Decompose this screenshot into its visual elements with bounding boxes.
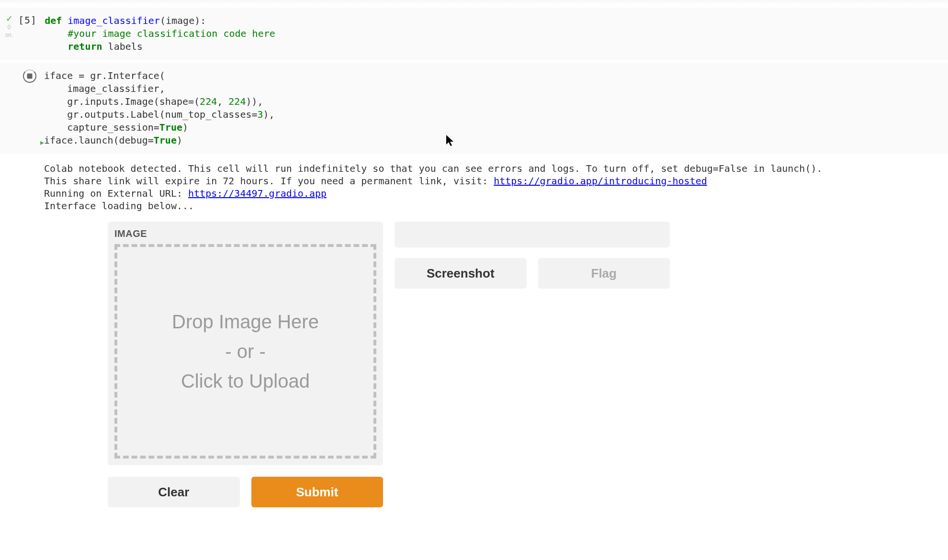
output-line: Colab notebook detected. This cell will … [44,162,948,175]
line-arrow-icon: ▸ [40,138,44,147]
image-input-panel: IMAGE Drop Image Here - or - Click to Up… [108,222,383,465]
clear-button[interactable]: Clear [108,477,240,507]
screenshot-button[interactable]: Screenshot [395,258,527,289]
hosted-link[interactable]: https://gradio.app/introducing-hosted [494,175,707,187]
code-editor[interactable]: def image_classifier(image): #your image… [41,8,948,60]
gradio-interface: IMAGE Drop Image Here - or - Click to Up… [108,222,948,465]
dropzone-text: - or - [225,338,265,365]
submit-button[interactable]: Submit [251,477,384,507]
code-cell-2: ▸ iface = gr.Interface( image_classifier… [0,63,948,154]
output-placeholder [395,222,670,247]
running-spinner-icon[interactable] [23,69,36,83]
cell-meta-0: 0 [8,24,11,31]
code-cell-1: ✓ 0 sn. [5] def image_classifier(image):… [0,8,948,60]
cell-meta-sn: sn. [5,32,13,38]
dropzone-text: Drop Image Here [172,308,319,335]
code-editor[interactable]: iface = gr.Interface( image_classifier, … [0,63,948,154]
output-line: Interface loading below... [44,200,948,212]
cell-gutter: ✓ 0 sn. [0,8,18,60]
check-icon: ✓ [6,14,13,23]
cell-prompt: [5] [18,8,41,60]
output-line: This share link will expire in 72 hours.… [44,175,948,187]
output-line: Running on External URL: https://34497.g… [44,187,948,200]
flag-button[interactable]: Flag [538,258,670,289]
external-url-link[interactable]: https://34497.gradio.app [188,188,327,199]
cell-output: Colab notebook detected. This cell will … [44,162,948,212]
input-label: IMAGE [114,228,376,239]
image-dropzone[interactable]: Drop Image Here - or - Click to Upload [114,244,376,459]
dropzone-text: Click to Upload [181,368,310,394]
